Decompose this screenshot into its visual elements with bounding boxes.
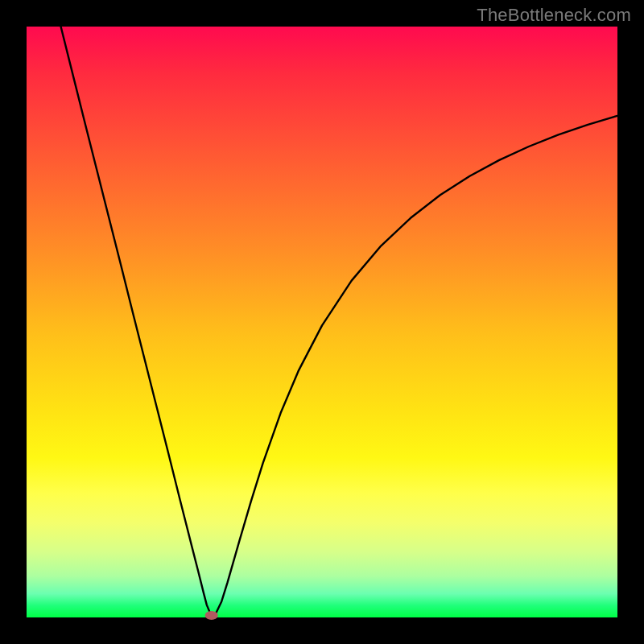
chart-frame: TheBottleneck.com [0, 0, 644, 644]
curve-minimum-marker [205, 611, 218, 620]
plot-area [27, 27, 617, 617]
watermark-text: TheBottleneck.com [477, 5, 631, 26]
curve-line [61, 27, 617, 617]
chart-svg [27, 27, 617, 617]
